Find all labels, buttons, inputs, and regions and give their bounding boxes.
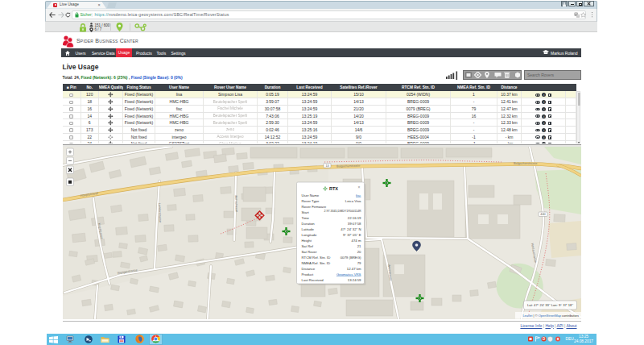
svg-text:Latitude: Latitude: [301, 227, 314, 231]
svg-text:22:16:19: 22:16:19: [347, 216, 361, 220]
svg-text:fisc: fisc: [356, 193, 361, 197]
svg-text:Product: Product: [301, 272, 314, 276]
svg-text:13:24:59: 13:24:59: [347, 278, 361, 282]
svg-text:0079 (BREG): 0079 (BREG): [340, 256, 361, 260]
svg-text:Balgacherstrasse: Balgacherstrasse: [514, 162, 537, 165]
svg-text:User Name: User Name: [301, 193, 319, 197]
svg-text:Landerstrasse: Landerstrasse: [158, 203, 162, 222]
svg-text:Balgacherstrasse: Balgacherstrasse: [336, 164, 359, 168]
svg-text:NMEA Ref. Stn. ID: NMEA Ref. Stn. ID: [301, 261, 330, 265]
svg-text:RTX: RTX: [329, 186, 338, 191]
svg-text:Distance: Distance: [301, 267, 315, 271]
svg-text:Longitude: Longitude: [301, 233, 316, 237]
svg-text:47° 24' 32'' N: 47° 24' 32'' N: [341, 227, 361, 231]
svg-text:Leaflet | © OpenStreetMap cont: Leaflet | © OpenStreetMap contributors: [522, 314, 579, 318]
svg-text:12.47 km: 12.47 km: [346, 267, 361, 271]
svg-text:Rover Firmware: Rover Firmware: [301, 205, 326, 209]
svg-text:39:07:58: 39:07:58: [347, 222, 361, 226]
svg-text:Leica Viva: Leica Viva: [345, 199, 361, 203]
svg-text:×: ×: [357, 185, 360, 189]
svg-text:Sat Ref: Sat Ref: [301, 244, 313, 248]
svg-text:Wehrstrasse: Wehrstrasse: [234, 195, 238, 212]
svg-text:Lat: 47° 24' 33'' Lon: 9° 37': Lat: 47° 24' 33'' Lon: 9° 37' 18'': [526, 303, 572, 307]
svg-text:474 m: 474 m: [351, 239, 361, 243]
svg-text:Start: Start: [301, 210, 309, 214]
svg-text:Rover Type: Rover Type: [301, 199, 320, 203]
svg-text:RTCM Ref. Stn. ID: RTCM Ref. Stn. ID: [301, 256, 330, 260]
svg-text:9° 37' 05'' E: 9° 37' 05'' E: [342, 233, 361, 237]
svg-text:440: 440: [540, 213, 545, 216]
svg-text:Height: Height: [301, 239, 312, 243]
svg-text:79: 79: [357, 261, 361, 265]
svg-text:Geomatics VRS: Geomatics VRS: [336, 272, 361, 276]
svg-text:Last Received: Last Received: [301, 278, 324, 282]
svg-text:Sat Rover: Sat Rover: [301, 250, 317, 254]
svg-text:21: 21: [357, 244, 361, 248]
svg-text:13: 13: [325, 164, 328, 168]
svg-text:Duration: Duration: [301, 222, 315, 226]
svg-text:20: 20: [357, 250, 361, 254]
svg-text:2.97.3345,DMDY19500114R: 2.97.3345,DMDY19500114R: [324, 210, 361, 213]
svg-text:Time: Time: [301, 216, 309, 220]
